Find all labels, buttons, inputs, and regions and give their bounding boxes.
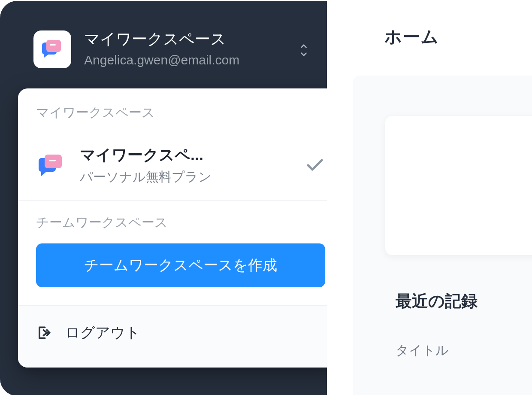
main-content: ホーム 最近の記録 タイトル [327, 0, 532, 395]
logout-label: ログアウト [65, 323, 140, 343]
logout-button[interactable]: ログアウト [18, 305, 343, 368]
workspace-switcher[interactable]: マイワークスペース Angelica.gwen@email.com [0, 1, 327, 69]
recent-recordings-heading: 最近の記録 [396, 290, 478, 312]
content-surface: 最近の記録 タイトル [353, 76, 532, 395]
workspace-app-icon [33, 30, 71, 68]
workspace-item-title: マイワークスペ... [80, 145, 298, 166]
dropdown-team-workspaces-label: チームワークスペース [36, 214, 325, 231]
column-header-title: タイトル [396, 342, 449, 359]
svg-rect-5 [49, 160, 56, 161]
chevron-up-down-icon [298, 42, 310, 59]
workspace-title: マイワークスペース [84, 29, 289, 49]
workspace-item-plan: パーソナル無料プラン [80, 168, 298, 186]
workspace-item-icon [36, 152, 67, 179]
page-title: ホーム [384, 25, 439, 49]
sidebar: マイワークスペース Angelica.gwen@email.com マイワークス… [0, 1, 327, 395]
logout-icon [36, 325, 52, 341]
hero-card [385, 116, 532, 255]
dropdown-my-workspaces-label: マイワークスペース [36, 104, 325, 122]
workspace-dropdown: マイワークスペース マイワークスペ... パーソナル無料プラン [18, 88, 343, 368]
check-icon [305, 154, 325, 176]
workspace-user-email: Angelica.gwen@email.com [84, 51, 289, 69]
workspace-item[interactable]: マイワークスペ... パーソナル無料プラン [18, 134, 343, 201]
svg-rect-2 [50, 44, 56, 46]
svg-rect-1 [46, 40, 61, 52]
create-team-workspace-button[interactable]: チームワークスペースを作成 [36, 243, 325, 287]
svg-rect-4 [45, 155, 62, 168]
